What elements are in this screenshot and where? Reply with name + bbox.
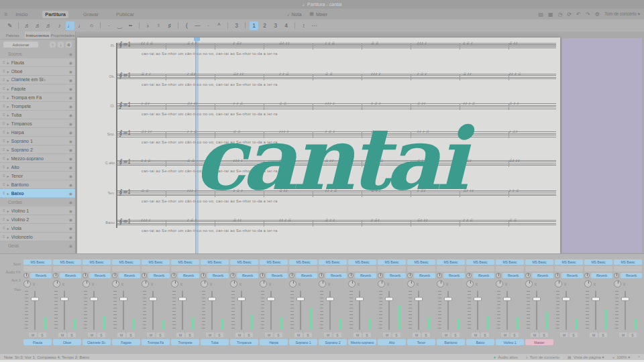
visibility-eye-icon[interactable]: ◉ — [69, 174, 72, 178]
visibility-eye-icon[interactable]: ◉ — [69, 139, 72, 143]
instrument-row-trompa-em-f[interactable]: ≡▸Trompa em Fá◉ — [0, 93, 75, 102]
solo-button[interactable]: S — [245, 333, 253, 337]
instrument-row-bar-tono[interactable]: ≡▸Barítono◉ — [0, 180, 75, 189]
aux-send-knob[interactable] — [260, 273, 265, 278]
sound-select-chip[interactable]: MS Basic — [614, 259, 642, 265]
drag-handle-icon[interactable]: ≡ — [3, 95, 5, 99]
aux-send-knob[interactable] — [348, 273, 354, 278]
pan-knob[interactable] — [466, 280, 474, 288]
sound-select-chip[interactable]: MS Basic — [83, 259, 111, 265]
visibility-eye-icon[interactable]: ◉ — [69, 191, 72, 196]
aux-send-knob[interactable] — [230, 273, 235, 278]
channel-name-chip[interactable]: Clarinete Si♭ — [83, 339, 111, 345]
instrument-row-trompete[interactable]: ≡▸Trompete◉ — [0, 102, 75, 111]
solo-button[interactable]: S — [97, 333, 105, 337]
solo-button[interactable]: S — [511, 333, 519, 337]
channel-name-chip[interactable]: Tímpanos — [230, 339, 258, 345]
aux-reverb-chip[interactable]: Reverb — [207, 273, 229, 278]
expand-caret-icon[interactable]: ▸ — [7, 156, 9, 161]
settings-icon[interactable]: ⚙ — [595, 11, 600, 17]
aux-send-knob[interactable] — [23, 273, 29, 278]
duration-quarter-button[interactable]: ♩ — [66, 21, 74, 30]
visibility-eye-icon[interactable]: ◉ — [69, 121, 72, 126]
menu-tab-in-cio[interactable]: Início — [13, 11, 30, 18]
audio-status[interactable]: ●Áudio ativo — [494, 355, 518, 359]
mute-button[interactable]: M — [206, 333, 214, 337]
aux-send-knob[interactable] — [584, 273, 590, 278]
volume-fader[interactable] — [201, 290, 229, 331]
mute-button[interactable]: M — [590, 333, 598, 337]
solo-button[interactable]: S — [186, 333, 194, 337]
audio-fx-slot[interactable] — [53, 266, 81, 272]
pan-knob[interactable] — [289, 280, 297, 288]
solo-button[interactable]: S — [127, 333, 135, 337]
sound-select-chip[interactable]: MS Basic — [289, 259, 317, 265]
aux-send-knob[interactable] — [466, 273, 472, 278]
fader-handle[interactable] — [533, 297, 541, 301]
visibility-eye-icon[interactable]: ◉ — [69, 130, 72, 135]
drag-handle-icon[interactable]: ≡ — [3, 139, 5, 143]
fader-handle[interactable] — [119, 297, 127, 301]
mute-button[interactable]: M — [354, 333, 362, 337]
visibility-eye-icon[interactable]: ◉ — [69, 182, 72, 187]
drag-handle-icon[interactable]: ≡ — [3, 191, 5, 195]
aux-send-knob[interactable] — [83, 273, 88, 278]
sound-select-chip[interactable]: MS Basic — [348, 259, 376, 265]
mute-button[interactable]: M — [117, 333, 125, 337]
volume-fader[interactable] — [112, 290, 140, 331]
pan-knob[interactable] — [525, 280, 533, 288]
drag-handle-icon[interactable]: ≡ — [3, 86, 5, 90]
duration-32nd-button[interactable]: ♬ — [34, 21, 42, 30]
menu-tab-gravar[interactable]: Gravar — [80, 11, 101, 18]
volume-fader[interactable] — [142, 290, 170, 331]
volume-fader[interactable] — [53, 290, 81, 331]
pan-knob[interactable] — [584, 280, 592, 288]
fader-handle[interactable] — [474, 297, 482, 301]
aux-reverb-chip[interactable]: Reverb — [591, 273, 612, 278]
sound-select-chip[interactable]: MS Basic — [407, 259, 435, 265]
sound-select-chip[interactable]: MS Basic — [378, 259, 406, 265]
collapse-caret-icon[interactable]: ^ — [638, 355, 640, 359]
sound-select-chip[interactable]: MS Basic — [466, 259, 494, 265]
audio-fx-slot[interactable] — [466, 266, 494, 272]
aux-reverb-chip[interactable]: Reverb — [473, 273, 494, 278]
solo-button[interactable]: S — [540, 333, 548, 337]
drag-handle-icon[interactable]: ≡ — [3, 208, 5, 213]
expand-caret-icon[interactable]: ▸ — [7, 78, 9, 82]
menu-tab-partitura[interactable]: Partitura — [42, 11, 68, 18]
fader-handle[interactable] — [592, 297, 600, 301]
sharp-button[interactable]: ♯ — [165, 21, 174, 30]
fader-handle[interactable] — [208, 297, 216, 301]
aux-send-knob[interactable] — [53, 273, 58, 278]
expand-caret-icon[interactable]: ▸ — [7, 113, 9, 117]
duration-64th-button[interactable]: ♬ — [23, 21, 32, 30]
solo-button[interactable]: S — [599, 333, 607, 337]
mute-button[interactable]: M — [472, 333, 480, 337]
fader-handle[interactable] — [178, 297, 186, 301]
channel-name-chip[interactable]: Soprano 1 — [289, 339, 317, 345]
fader-handle[interactable] — [60, 297, 68, 301]
channel-name-chip[interactable]: Trompete — [171, 339, 199, 345]
fader-handle[interactable] — [237, 297, 246, 301]
audio-fx-slot[interactable] — [260, 266, 288, 272]
pan-knob[interactable] — [171, 280, 178, 288]
expand-caret-icon[interactable]: ▸ — [7, 86, 9, 91]
aux-reverb-chip[interactable]: Reverb — [414, 273, 435, 278]
panel-tab-paletas[interactable]: Paletas — [0, 32, 25, 39]
panel-tab-propriedades[interactable]: Propriedades — [50, 32, 75, 39]
pan-knob[interactable] — [407, 280, 415, 288]
visibility-eye-icon[interactable]: ◉ — [69, 113, 72, 117]
tenuto-button[interactable]: — — [193, 21, 202, 30]
pan-knob[interactable] — [378, 280, 385, 288]
solo-button[interactable]: S — [629, 333, 637, 337]
slur-button[interactable]: ( — [182, 21, 191, 30]
pan-knob[interactable] — [201, 280, 208, 288]
pan-knob[interactable] — [23, 280, 31, 288]
mute-button[interactable]: M — [29, 333, 37, 337]
drag-handle-icon[interactable]: ≡ — [3, 113, 5, 117]
expand-caret-icon[interactable]: ▸ — [7, 104, 9, 109]
instrument-row-mezzo-soprano[interactable]: ≡▸Mezzo-soprano◉ — [0, 154, 75, 163]
volume-fader[interactable] — [83, 290, 111, 331]
aux-send-knob[interactable] — [319, 273, 324, 278]
aux-send-knob[interactable] — [201, 273, 206, 278]
